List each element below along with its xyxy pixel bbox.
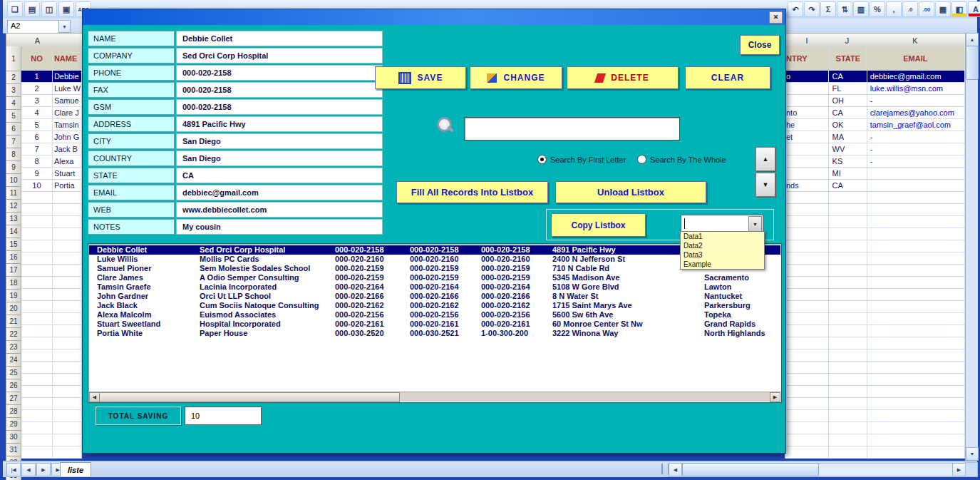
cell-state[interactable] xyxy=(829,289,867,301)
open-folder-icon[interactable]: ▤ xyxy=(24,1,40,17)
cell-name[interactable]: Alexa xyxy=(53,155,82,168)
row-header-10[interactable]: 10 xyxy=(6,174,21,187)
cell-email[interactable] xyxy=(867,434,965,446)
row-header-30[interactable]: 30 xyxy=(6,431,21,444)
cell-no[interactable] xyxy=(21,216,53,228)
row-header-12[interactable]: 12 xyxy=(6,200,21,213)
cell-email[interactable] xyxy=(867,204,965,216)
unload-listbox-button[interactable]: Unload Listbox xyxy=(555,181,706,203)
new-document-icon[interactable]: ❏ xyxy=(7,1,23,17)
cell-city[interactable] xyxy=(785,95,829,107)
cell-email[interactable] xyxy=(867,362,965,374)
cell-name[interactable] xyxy=(53,337,82,349)
cell-name[interactable] xyxy=(53,410,82,422)
listbox-row[interactable]: Luke WillisMollis PC Cards000-020-216000… xyxy=(89,255,780,264)
cell-state[interactable]: OK xyxy=(829,119,867,131)
row-header-15[interactable]: 15 xyxy=(6,238,21,251)
cell-email[interactable] xyxy=(867,313,965,325)
cell-name[interactable] xyxy=(53,277,82,289)
cell-city[interactable] xyxy=(785,168,829,180)
dialog-title-bar[interactable]: ✕ xyxy=(83,9,785,25)
tab-next-icon[interactable]: ▶ xyxy=(36,463,51,476)
cell-state[interactable]: MA xyxy=(829,131,867,143)
cell-name[interactable]: Portia xyxy=(53,180,82,192)
listbox-row[interactable]: Portia WhitePaper House000-030-2520000-0… xyxy=(89,329,780,338)
cell-state[interactable] xyxy=(829,301,867,313)
cell-email[interactable] xyxy=(867,337,965,349)
cell-city[interactable] xyxy=(785,228,829,240)
cell-email[interactable] xyxy=(867,168,965,180)
cell-state[interactable] xyxy=(829,374,867,386)
cell-email[interactable]: tamsin_graef@aol.com xyxy=(867,119,965,131)
field-input-fax[interactable]: 000-020-2158 xyxy=(176,82,383,98)
cell-city[interactable] xyxy=(785,398,829,410)
cell-no[interactable] xyxy=(21,240,53,252)
cell-state[interactable]: MI xyxy=(829,168,867,180)
cell-city[interactable] xyxy=(785,337,829,349)
cell-state[interactable]: KS xyxy=(829,155,867,168)
cell-email[interactable] xyxy=(867,446,965,459)
cell-state[interactable] xyxy=(829,192,867,204)
column-header-b[interactable] xyxy=(53,33,83,48)
cell-no[interactable]: 9 xyxy=(21,168,53,180)
cell-name[interactable]: Debbie xyxy=(53,71,82,83)
cell-city[interactable] xyxy=(785,289,829,301)
row-header-2[interactable]: 2 xyxy=(6,71,21,84)
combo-option-data2[interactable]: Data2 xyxy=(681,241,764,250)
cell-city[interactable]: et xyxy=(785,131,829,143)
cell-city[interactable] xyxy=(785,434,829,446)
column-header-a[interactable]: A xyxy=(21,33,54,48)
field-input-gsm[interactable]: 000-020-2158 xyxy=(176,99,383,115)
vertical-scroll-thumb[interactable] xyxy=(966,46,979,80)
cell-name[interactable] xyxy=(53,301,82,313)
cell-city[interactable] xyxy=(785,192,829,204)
sheet-tab-liste[interactable]: liste xyxy=(60,462,91,476)
cell-state[interactable] xyxy=(829,386,867,398)
row-header-29[interactable]: 29 xyxy=(6,418,21,431)
cell-name[interactable] xyxy=(53,398,82,410)
cell-no[interactable] xyxy=(21,410,53,422)
name-box-dropdown-icon[interactable]: ▼ xyxy=(58,20,71,33)
cell-state[interactable] xyxy=(829,410,867,422)
column-header-j[interactable]: J xyxy=(829,33,866,48)
listbox-row[interactable]: Jack BlackCum Sociis Natoque Consulting0… xyxy=(89,301,780,310)
field-input-company[interactable]: Sed Orci Corp Hospital xyxy=(176,48,383,63)
cell-city[interactable] xyxy=(785,252,829,265)
cell-email[interactable] xyxy=(867,265,965,277)
cell-name[interactable]: Clare J xyxy=(53,107,82,119)
cell-no[interactable]: 5 xyxy=(21,119,53,131)
cell-no[interactable]: 7 xyxy=(21,143,53,155)
cell-email[interactable] xyxy=(867,398,965,410)
cell-state[interactable] xyxy=(829,398,867,410)
cell-email[interactable]: clarejames@yahoo.com xyxy=(867,107,965,119)
total-saving-value[interactable]: 10 xyxy=(185,407,262,425)
chart-wizard-icon[interactable]: ▥ xyxy=(853,1,869,17)
cell-city[interactable] xyxy=(785,83,829,95)
cell-state[interactable] xyxy=(829,240,867,252)
field-input-phone[interactable]: 000-020-2158 xyxy=(176,65,383,81)
listbox-row[interactable]: Debbie ColletSed Orci Corp Hospital000-0… xyxy=(89,245,780,255)
save-icon[interactable]: ◫ xyxy=(41,1,57,17)
row-header-28[interactable]: 28 xyxy=(6,405,21,418)
cell-no[interactable] xyxy=(21,349,53,362)
cell-no[interactable]: 2 xyxy=(21,83,53,95)
font-color-icon[interactable]: A xyxy=(968,1,980,17)
cell-no[interactable] xyxy=(21,398,53,410)
cell-city[interactable] xyxy=(785,362,829,374)
fill-records-button[interactable]: Fill All Records Into Listbox xyxy=(396,181,548,203)
cell-email[interactable] xyxy=(867,325,965,337)
tab-first-icon[interactable]: |◀ xyxy=(6,463,21,476)
combo-option-data3[interactable]: Data3 xyxy=(681,250,764,260)
undo-icon[interactable]: ↶ xyxy=(788,1,803,17)
row-header-1[interactable]: 1 xyxy=(6,46,21,71)
autosum-icon[interactable]: Σ xyxy=(820,1,836,17)
scroll-right-icon[interactable]: ▶ xyxy=(770,392,780,402)
cell-state[interactable] xyxy=(829,216,867,228)
field-input-email[interactable]: debbiec@gmail.com xyxy=(176,185,383,200)
cell-state[interactable]: FL xyxy=(829,83,867,95)
row-header-6[interactable]: 6 xyxy=(6,123,21,136)
column-header-k[interactable]: K xyxy=(865,33,966,48)
cell-email[interactable]: - xyxy=(867,95,965,107)
search-input[interactable] xyxy=(464,117,680,141)
comma-style-icon[interactable]: , xyxy=(886,1,902,17)
